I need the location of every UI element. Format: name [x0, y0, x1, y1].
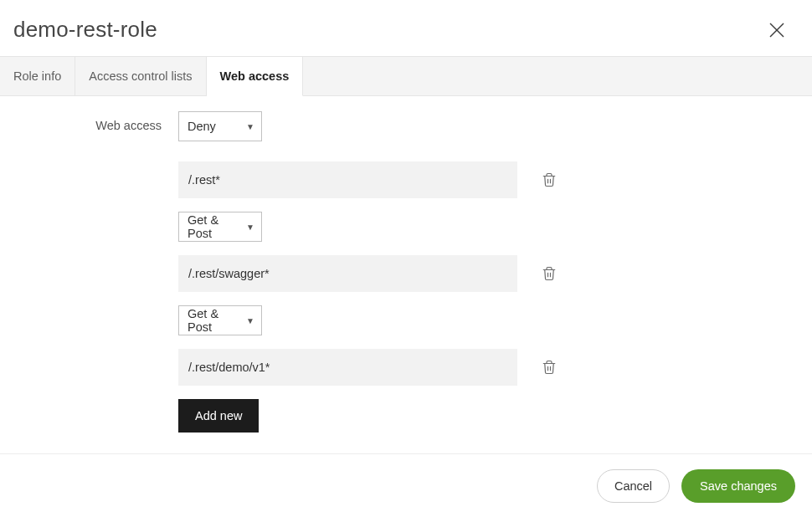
method-select-value: Get & Post: [188, 213, 241, 240]
close-icon: [767, 20, 787, 40]
web-access-select-value: Deny: [188, 120, 216, 133]
tab-role-info[interactable]: Role info: [0, 57, 75, 95]
web-access-select[interactable]: Deny ▼: [178, 111, 262, 141]
chevron-down-icon: ▼: [246, 223, 254, 232]
chevron-down-icon: ▼: [246, 122, 254, 131]
trash-icon: [542, 360, 557, 375]
method-select-value: Get & Post: [188, 307, 241, 334]
close-button[interactable]: [765, 18, 789, 42]
method-select[interactable]: Get & Post ▼: [178, 212, 262, 242]
add-new-button[interactable]: Add new: [178, 399, 259, 433]
cancel-button[interactable]: Cancel: [597, 469, 670, 503]
page-title: demo-rest-role: [13, 17, 157, 43]
tab-web-access[interactable]: Web access: [207, 57, 304, 96]
save-changes-button[interactable]: Save changes: [681, 469, 795, 503]
path-input[interactable]: [178, 349, 517, 386]
footer-bar: Cancel Save changes: [0, 453, 812, 517]
tab-access-control-lists[interactable]: Access control lists: [75, 57, 206, 95]
tab-bar: Role info Access control lists Web acces…: [0, 56, 812, 96]
path-input[interactable]: [178, 161, 517, 198]
trash-icon: [542, 172, 557, 187]
method-select[interactable]: Get & Post ▼: [178, 305, 262, 335]
content-scroll[interactable]: Web access Deny ▼: [0, 96, 812, 443]
chevron-down-icon: ▼: [246, 316, 254, 325]
delete-entry-button[interactable]: [541, 265, 558, 282]
web-access-label: Web access: [50, 111, 178, 132]
trash-icon: [542, 266, 557, 281]
delete-entry-button[interactable]: [541, 171, 558, 188]
path-input[interactable]: [178, 255, 517, 292]
delete-entry-button[interactable]: [541, 359, 558, 376]
